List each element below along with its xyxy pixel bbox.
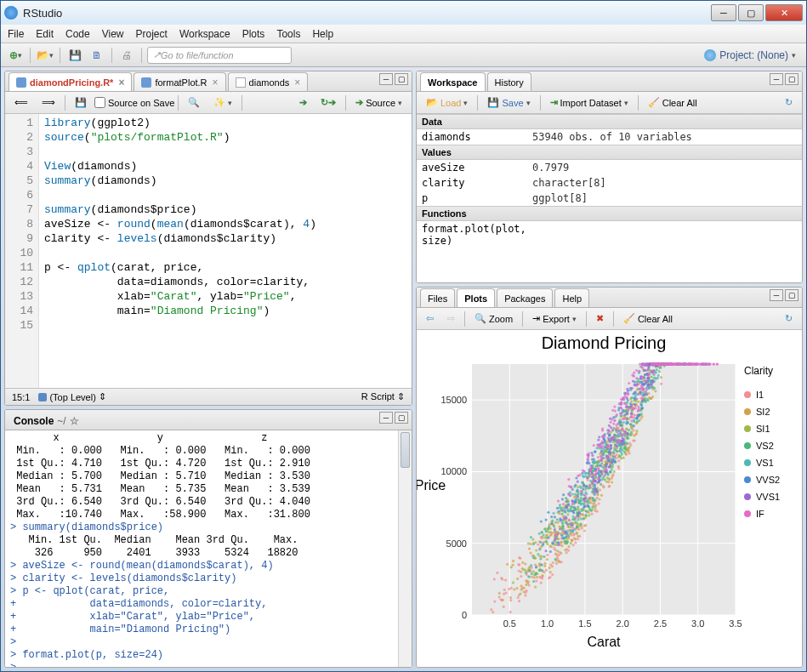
maximize-pane-button[interactable]: ▢: [785, 73, 798, 85]
close-icon[interactable]: ×: [118, 77, 124, 88]
workspace-row[interactable]: pggplot[8]: [417, 191, 802, 206]
prev-plot-button[interactable]: ⇦: [420, 310, 440, 327]
svg-point-1703: [716, 362, 719, 365]
svg-point-474: [570, 542, 572, 544]
save-button[interactable]: 💾: [65, 46, 84, 65]
export-button[interactable]: ⇥ Export▾: [526, 310, 583, 327]
refresh-button[interactable]: ↻: [779, 310, 798, 327]
svg-point-1284: [556, 507, 559, 510]
workspace-row[interactable]: diamonds53940 obs. of 10 variables: [417, 129, 802, 145]
minimize-pane-button[interactable]: ─: [770, 73, 783, 85]
goto-file-input[interactable]: ↗ Go to file/function: [147, 47, 292, 64]
clear-workspace-button[interactable]: 🧹 Clear All: [642, 94, 703, 111]
maximize-pane-button[interactable]: ▢: [785, 289, 798, 301]
save-file-button[interactable]: 💾: [69, 94, 93, 111]
svg-point-745: [580, 497, 583, 499]
tab-plots[interactable]: Plots: [457, 288, 495, 307]
svg-point-154: [510, 587, 513, 589]
project-icon: [704, 49, 716, 61]
svg-point-401: [555, 553, 558, 555]
maximize-pane-button[interactable]: ▢: [395, 73, 408, 85]
menu-file[interactable]: File: [8, 28, 24, 40]
minimize-pane-button[interactable]: ─: [379, 73, 393, 85]
svg-point-941: [609, 470, 611, 473]
scrollbar[interactable]: [398, 430, 412, 667]
menu-help[interactable]: Help: [312, 28, 333, 40]
tab-workspace[interactable]: Workspace: [420, 72, 486, 91]
menu-project[interactable]: Project: [136, 28, 168, 40]
tab-files[interactable]: Files: [420, 288, 455, 307]
svg-point-886: [604, 478, 606, 481]
tab-history[interactable]: History: [487, 72, 531, 91]
code-area[interactable]: library(ggplot2) source("plots/formatPlo…: [39, 114, 412, 388]
zoom-button[interactable]: 🔍 Zoom: [469, 310, 519, 327]
close-icon[interactable]: ×: [294, 77, 300, 88]
svg-point-820: [553, 525, 555, 527]
maximize-pane-button[interactable]: ▢: [395, 412, 408, 424]
remove-plot-button[interactable]: ✖: [590, 310, 610, 327]
svg-point-1677: [615, 429, 617, 431]
menu-code[interactable]: Code: [65, 28, 90, 40]
wand-button[interactable]: ✨▾: [207, 94, 238, 111]
open-file-button[interactable]: 📂▾: [36, 46, 54, 65]
back-button[interactable]: ⟸: [9, 94, 34, 111]
refresh-button[interactable]: ↻: [779, 94, 798, 111]
close-button[interactable]: ✕: [765, 4, 803, 21]
svg-point-831: [591, 505, 594, 508]
svg-point-134: [537, 544, 539, 546]
svg-point-1674: [601, 445, 604, 447]
menu-edit[interactable]: Edit: [36, 28, 54, 40]
svg-point-252: [602, 486, 605, 488]
svg-point-1489: [591, 458, 594, 460]
svg-point-1148: [567, 503, 570, 505]
minimize-button[interactable]: ─: [711, 4, 736, 21]
save-all-button[interactable]: 🗎: [88, 46, 106, 65]
menu-tools[interactable]: Tools: [276, 28, 300, 40]
forward-button[interactable]: ⟹: [36, 94, 61, 111]
svg-point-424: [651, 396, 654, 398]
print-button[interactable]: 🖨: [117, 46, 136, 65]
run-button[interactable]: ➔: [293, 94, 313, 111]
minimize-pane-button[interactable]: ─: [770, 289, 783, 301]
rerun-button[interactable]: ↻➔: [315, 94, 342, 111]
svg-point-410: [506, 563, 509, 566]
language-selector[interactable]: R Script ⇕: [361, 391, 405, 402]
tab-diamonds-data[interactable]: diamonds ×: [228, 72, 309, 91]
workspace-row[interactable]: format.plot(plot, size): [417, 221, 802, 248]
svg-point-158: [538, 576, 541, 578]
workspace-section-header: Values: [417, 145, 802, 160]
close-icon[interactable]: ×: [213, 77, 219, 88]
save-workspace-button[interactable]: 💾 Save▾: [481, 94, 536, 111]
titlebar[interactable]: RStudio ─ ▢ ✕: [1, 1, 806, 25]
menu-workspace[interactable]: Workspace: [179, 28, 230, 40]
maximize-button[interactable]: ▢: [738, 4, 764, 21]
project-selector[interactable]: Project: (None) ▾: [699, 49, 801, 61]
source-on-save-checkbox[interactable]: Source on Save: [94, 97, 174, 108]
clear-plots-button[interactable]: 🧹 Clear All: [617, 310, 679, 327]
new-file-button[interactable]: ⊕▾: [6, 46, 25, 65]
svg-point-1417: [634, 391, 636, 394]
svg-point-1625: [601, 440, 604, 442]
import-dataset-button[interactable]: ⇥ Import Dataset▾: [544, 94, 634, 111]
svg-point-1561: [645, 389, 648, 391]
scope-selector[interactable]: (Top Level) ⇕: [38, 391, 105, 402]
workspace-row[interactable]: aveSize0.7979: [417, 160, 802, 175]
console-output[interactable]: x y z Min. : 0.000 Min. : 0.000 Min. : 0…: [5, 430, 412, 667]
minimize-pane-button[interactable]: ─: [379, 412, 393, 424]
code-editor[interactable]: 1 2 3 4 5 6 7 8 9 10 11 12 13 14 15 libr…: [5, 114, 412, 388]
tab-diamondpricing[interactable]: diamondPricing.R* ×: [9, 72, 132, 91]
tab-help[interactable]: Help: [554, 288, 589, 307]
svg-point-1701: [615, 424, 617, 426]
menu-view[interactable]: View: [102, 28, 124, 40]
load-button[interactable]: 📂 Load▾: [420, 94, 474, 111]
find-button[interactable]: 🔍: [182, 94, 206, 111]
tab-formatplot[interactable]: formatPlot.R ×: [134, 72, 225, 91]
menu-plots[interactable]: Plots: [242, 28, 265, 40]
source-script-button[interactable]: ➔Source▾: [350, 94, 408, 111]
tab-packages[interactable]: Packages: [497, 288, 553, 307]
svg-point-477: [554, 521, 557, 523]
workspace-row[interactable]: claritycharacter[8]: [417, 175, 802, 191]
svg-point-1098: [584, 514, 587, 516]
next-plot-button[interactable]: ⇨: [441, 310, 461, 327]
svg-point-997: [577, 518, 579, 521]
